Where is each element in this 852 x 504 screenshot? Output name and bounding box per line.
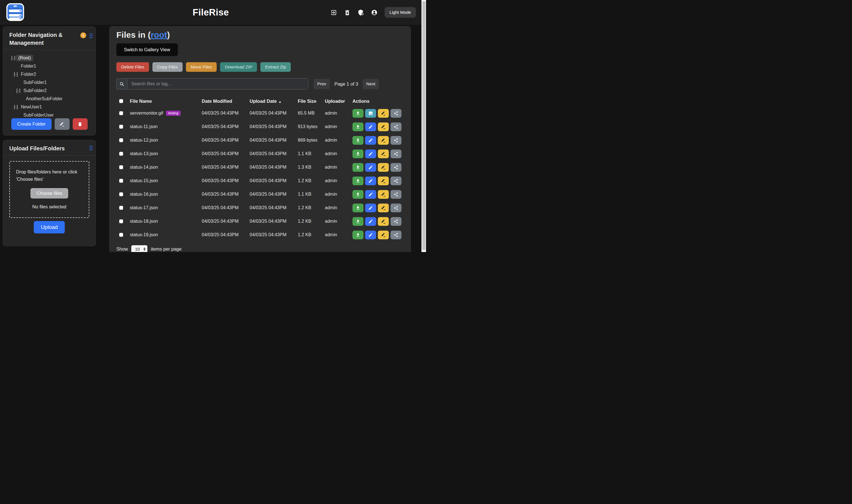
download-button[interactable] [352,109,363,118]
folder-label[interactable]: SubFolder2 [23,88,47,93]
next-page-button[interactable]: Next [363,79,379,89]
scrollbar-thumb[interactable] [422,1,425,250]
download-button[interactable] [352,136,363,145]
file-name[interactable]: status-19.json [130,232,158,237]
edit-file-button[interactable] [365,163,376,172]
folder-label[interactable]: SubFolder1 [23,80,47,85]
column-header-upload-date[interactable]: Upload Date▲ [250,98,298,104]
row-checkbox[interactable] [119,111,123,115]
tree-item-subfolder2[interactable]: [-]SubFolder2 [3,87,95,95]
share-file-button[interactable] [390,163,401,172]
share-file-button[interactable] [390,177,401,185]
edit-file-button[interactable] [365,136,376,145]
file-name[interactable]: status-15.json [130,178,158,183]
rename-file-button[interactable] [378,109,389,118]
delete-folder-button[interactable] [73,118,88,130]
edit-file-button[interactable] [365,123,376,131]
tree-item-anothersubfolder[interactable]: AnotherSubFolder [3,95,95,103]
edit-file-button[interactable] [365,149,376,158]
folder-label[interactable]: SubFolderUser [23,113,54,118]
copy-files-button[interactable]: Copy Files [153,62,182,72]
share-file-button[interactable] [390,136,401,145]
collapse-toggle[interactable]: [-] [14,105,21,110]
profile-icon[interactable] [371,9,378,16]
rename-file-button[interactable] [378,136,389,145]
tree-item-subfolderuser[interactable]: SubFolderUser [3,111,95,119]
edit-file-button[interactable] [365,177,376,185]
file-name[interactable]: status-13.json [130,151,158,156]
prev-page-button[interactable]: Prev [314,79,330,89]
file-name[interactable]: status-14.json [130,165,158,170]
search-input[interactable] [127,78,308,90]
share-file-button[interactable] [390,203,401,212]
light-mode-button[interactable]: Light Mode [385,7,416,18]
column-header-file-size[interactable]: File Size [298,98,325,104]
file-name[interactable]: status-18.json [130,219,158,224]
collapse-toggle[interactable]: [-] [14,72,21,77]
tree-item-subfolder1[interactable]: SubFolder1 [3,78,95,87]
edit-file-button[interactable] [365,217,376,226]
share-file-button[interactable] [390,109,401,118]
download-button[interactable] [352,163,363,172]
rename-file-button[interactable] [378,231,389,239]
logout-icon[interactable] [330,9,337,16]
row-checkbox[interactable] [119,165,123,169]
file-dropzone[interactable]: Drop files/folders here or click 'Choose… [9,161,89,218]
row-checkbox[interactable] [119,233,123,237]
share-file-button[interactable] [390,217,401,226]
collapse-toggle[interactable]: [-] [16,88,23,93]
rename-file-button[interactable] [378,149,389,158]
edit-file-button[interactable] [365,203,376,212]
items-per-page-select[interactable]: 10 [131,245,147,252]
file-name[interactable]: status-11.json [130,124,157,129]
drag-handle-icon[interactable] [89,33,93,39]
edit-file-button[interactable] [365,190,376,199]
row-checkbox[interactable] [119,125,123,129]
column-header-file-name[interactable]: File Name [130,98,202,104]
share-file-button[interactable] [390,123,401,131]
folder-label[interactable]: AnotherSubFolder [26,96,63,101]
share-file-button[interactable] [390,149,401,158]
row-checkbox[interactable] [119,206,123,210]
root-folder-link[interactable]: root [151,30,167,39]
select-all-checkbox[interactable] [119,99,123,103]
extract-zip-button[interactable]: Extract Zip [260,62,291,72]
tree-item-folder2[interactable]: [-]Folder2 [3,70,95,78]
share-file-button[interactable] [390,231,401,239]
share-file-button[interactable] [390,190,401,199]
tree-item-root[interactable]: [-](Root) [3,54,95,62]
rename-file-button[interactable] [378,217,389,226]
delete-files-button[interactable]: Delete Files [116,62,149,72]
tree-item-newuser1[interactable]: [-]NewUser1 [3,103,95,111]
preview-image-button[interactable] [365,109,376,118]
download-button[interactable] [352,203,363,212]
row-checkbox[interactable] [119,219,123,223]
row-checkbox[interactable] [119,138,123,142]
column-header-date-modified[interactable]: Date Modified [202,98,250,104]
choose-files-button[interactable]: Choose files [31,188,68,198]
row-checkbox[interactable] [119,192,123,196]
drag-handle-icon[interactable] [89,145,93,151]
download-button[interactable] [352,217,363,226]
file-name[interactable]: status-16.json [130,192,158,197]
rename-file-button[interactable] [378,177,389,185]
row-checkbox[interactable] [119,152,123,156]
rename-folder-button[interactable] [55,118,70,130]
edit-file-button[interactable] [365,231,376,239]
download-button[interactable] [352,190,363,199]
file-name[interactable]: status-12.json [130,138,158,143]
switch-gallery-view-button[interactable]: Switch to Gallery View [116,43,178,56]
column-header-uploader[interactable]: Uploader [325,98,352,104]
file-name[interactable]: status-17.json [130,205,158,210]
folder-label[interactable]: Folder1 [21,64,36,69]
upload-button[interactable]: Upload [34,221,65,233]
folder-label[interactable]: NewUser1 [21,105,42,110]
move-files-button[interactable]: Move Files [186,62,217,72]
tree-item-folder1[interactable]: Folder1 [3,62,95,70]
restore-trash-icon[interactable] [344,9,350,16]
create-folder-button[interactable]: Create Folder [11,118,52,130]
download-button[interactable] [352,231,363,239]
rename-file-button[interactable] [378,203,389,212]
info-icon[interactable]: i [80,32,86,38]
download-button[interactable] [352,177,363,185]
